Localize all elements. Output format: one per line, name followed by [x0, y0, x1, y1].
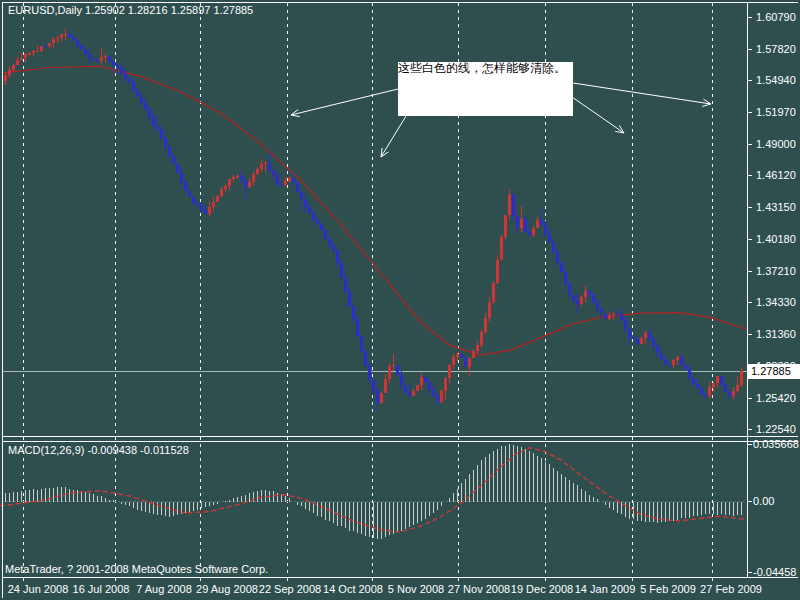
candle-body	[208, 207, 211, 213]
candle-body	[284, 181, 287, 185]
candle-body	[360, 336, 363, 351]
candle-body	[204, 210, 207, 213]
arrowhead	[702, 104, 711, 106]
candle-body	[148, 109, 151, 118]
candle-body	[500, 237, 503, 260]
candle-body	[740, 371, 743, 384]
candle-body	[576, 301, 579, 304]
candle-body	[544, 225, 547, 233]
candle-body	[296, 183, 299, 191]
candle-body	[228, 179, 231, 186]
candle-body	[200, 205, 203, 210]
arrow-line[interactable]	[291, 89, 398, 115]
candle-body	[412, 391, 415, 396]
candle-body	[24, 54, 27, 57]
ma-line[interactable]	[3, 66, 746, 355]
candle-body	[68, 34, 71, 37]
arrow-line[interactable]	[573, 83, 711, 104]
candle-body	[664, 359, 667, 364]
candle-body	[684, 365, 687, 369]
candle-body	[484, 318, 487, 333]
candle-body	[468, 358, 471, 367]
candle-body	[388, 366, 391, 378]
candle-body	[156, 126, 159, 130]
candle-body	[328, 239, 331, 246]
price-tick-label: 1.49000	[756, 138, 796, 150]
candle-body	[596, 303, 599, 309]
date-label: 7 Aug 2008	[136, 583, 192, 595]
candle-body	[448, 365, 451, 378]
candle-body	[100, 57, 103, 61]
candle-body	[252, 174, 255, 183]
price-tick-label: 1.54940	[756, 74, 796, 86]
candle-body	[424, 377, 427, 382]
candle-body	[352, 307, 355, 319]
candle-body	[380, 393, 383, 403]
candle-body	[580, 297, 583, 304]
current-price-tag: 1.27885	[748, 364, 800, 379]
candle-body	[124, 73, 127, 79]
candle-body	[140, 97, 143, 104]
candle-body	[696, 384, 699, 389]
date-label: 5 Feb 2009	[640, 583, 696, 595]
candle-body	[680, 357, 683, 365]
candle-body	[104, 56, 107, 58]
annotation-note[interactable]: 这些白色的线，怎样能够清除。	[398, 62, 573, 116]
candle-body	[428, 382, 431, 390]
candle-body	[456, 354, 459, 356]
candle-body	[108, 56, 111, 62]
candle-body	[584, 291, 587, 297]
candle-body	[396, 365, 399, 375]
candle-body	[588, 291, 591, 295]
candle-body	[152, 118, 155, 126]
candle-body	[364, 351, 367, 366]
candle-body	[692, 378, 695, 384]
candle-body	[400, 375, 403, 385]
candle-body	[84, 49, 87, 53]
candle-body	[176, 164, 179, 173]
candle-body	[640, 338, 643, 344]
candle-body	[316, 220, 319, 224]
candle-body	[608, 315, 611, 320]
candle-body	[264, 163, 267, 164]
candle-body	[144, 103, 147, 109]
candle-body	[556, 252, 559, 263]
macd-tick-label: 0.035668	[753, 438, 799, 450]
candle-body	[540, 220, 543, 226]
price-tick-label: 1.34330	[756, 296, 796, 308]
arrowhead	[291, 115, 300, 117]
macd-tick-label: -0.04458	[753, 566, 796, 578]
candle-body	[560, 263, 563, 272]
candle-body	[80, 46, 83, 50]
date-label: 5 Nov 2008	[388, 583, 444, 595]
candle-body	[136, 91, 139, 97]
candle-body	[32, 51, 35, 53]
candle-body	[256, 169, 259, 174]
candle-body	[720, 376, 723, 385]
candle-body	[188, 191, 191, 197]
arrow-line[interactable]	[381, 116, 406, 157]
date-label: 22 Sep 2008	[259, 583, 321, 595]
candle-body	[280, 184, 283, 185]
candle-body	[492, 283, 495, 302]
candle-body	[172, 156, 175, 163]
arrow-line[interactable]	[572, 97, 624, 133]
candle-body	[404, 386, 407, 393]
candle-body	[488, 302, 491, 318]
candle-body	[216, 196, 219, 202]
candle-body	[688, 369, 691, 377]
candle-body	[620, 314, 623, 320]
date-label: 16 Jul 2008	[73, 583, 130, 595]
candle-body	[436, 396, 439, 403]
candle-body	[76, 41, 79, 46]
candle-body	[616, 314, 619, 315]
candle-body	[624, 320, 627, 329]
candle-body	[392, 365, 395, 366]
candle-body	[276, 175, 279, 184]
candle-body	[480, 332, 483, 344]
candle-body	[244, 180, 247, 187]
candle-body	[536, 220, 539, 228]
candle-body	[220, 189, 223, 196]
candle-body	[4, 75, 7, 80]
candle-body	[192, 197, 195, 203]
